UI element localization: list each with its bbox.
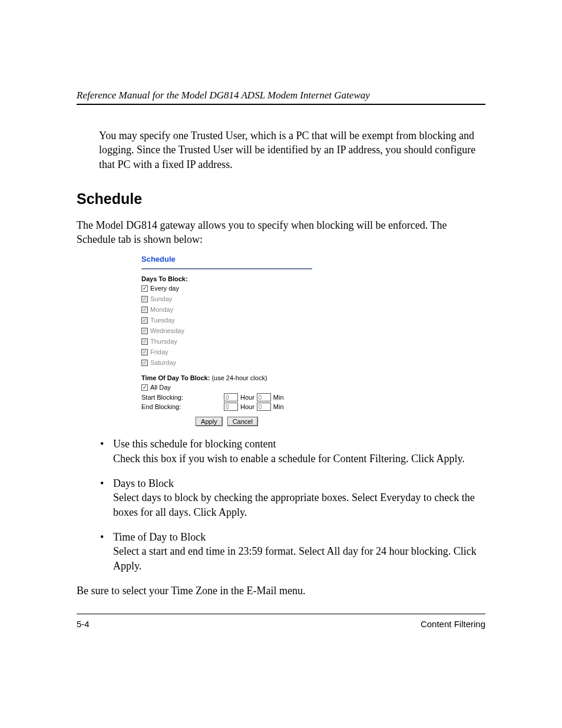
checkbox-all-day[interactable] xyxy=(141,384,148,391)
checkbox-label: Wednesday xyxy=(150,326,184,335)
bullet-body: Select a start and end time in 23:59 for… xyxy=(113,544,485,573)
schedule-panel: Schedule Days To Block: Every day Sunday… xyxy=(141,255,312,426)
list-item: Use this schedule for blocking content C… xyxy=(99,437,485,466)
checkbox-saturday[interactable] xyxy=(141,360,148,366)
hour-label: Hour xyxy=(240,403,254,410)
start-blocking-label: Start Blocking: xyxy=(141,394,222,401)
end-min-input[interactable]: 0 xyxy=(257,403,271,411)
day-row-sunday: Sunday xyxy=(141,294,312,304)
checkbox-wednesday[interactable] xyxy=(141,328,148,334)
header-rule xyxy=(77,104,485,105)
list-item: Time of Day to Block Select a start and … xyxy=(99,530,485,573)
checkbox-friday[interactable] xyxy=(141,349,148,355)
all-day-row: All Day xyxy=(141,383,312,392)
checkbox-thursday[interactable] xyxy=(141,338,148,345)
day-row-wednesday: Wednesday xyxy=(141,326,312,335)
start-hour-input[interactable]: 0 xyxy=(224,393,238,401)
cancel-button[interactable]: Cancel xyxy=(227,417,258,426)
page: Reference Manual for the Model DG814 ADS… xyxy=(0,0,562,728)
running-head: Reference Manual for the Model DG814 ADS… xyxy=(77,90,485,101)
day-row-tuesday: Tuesday xyxy=(141,315,312,325)
checkbox-label: Every day xyxy=(150,284,179,293)
intro-paragraph: You may specify one Trusted User, which … xyxy=(99,129,485,172)
bullet-head: Time of Day to Block xyxy=(113,530,485,544)
checkbox-monday[interactable] xyxy=(141,307,148,313)
page-number: 5-4 xyxy=(77,619,90,629)
start-min-input[interactable]: 0 xyxy=(257,393,271,401)
min-label: Min xyxy=(273,394,284,401)
section-heading-schedule: Schedule xyxy=(77,190,485,207)
checkbox-label: Thursday xyxy=(150,337,177,346)
hour-label: Hour xyxy=(240,394,254,401)
min-label: Min xyxy=(273,403,284,410)
day-row-friday: Friday xyxy=(141,347,312,357)
checkbox-label: Monday xyxy=(150,305,173,314)
bullet-body: Check this box if you wish to enable a s… xyxy=(113,452,485,466)
checkbox-sunday[interactable] xyxy=(141,296,148,302)
bullet-body: Select days to block by checking the app… xyxy=(113,490,485,519)
day-row-everyday: Every day xyxy=(141,284,312,293)
bullet-head: Use this schedule for blocking content xyxy=(113,437,485,451)
footer-rule xyxy=(77,614,485,614)
time-of-day-label: Time Of Day To Block: xyxy=(141,374,210,381)
checkbox-label: Tuesday xyxy=(150,315,175,325)
checkbox-everyday[interactable] xyxy=(141,285,148,292)
day-row-saturday: Saturday xyxy=(141,358,312,367)
section-intro: The Model DG814 gateway allows you to sp… xyxy=(77,218,485,247)
checkbox-tuesday[interactable] xyxy=(141,317,148,324)
schedule-panel-divider xyxy=(141,268,312,269)
time-of-day-hint: (use 24-hour clock) xyxy=(211,374,267,381)
checkbox-label: Sunday xyxy=(150,294,172,304)
days-to-block-label: Days To Block: xyxy=(141,275,188,282)
list-item: Days to Block Select days to block by ch… xyxy=(99,476,485,519)
start-blocking-row: Start Blocking: 0 Hour 0 Min xyxy=(141,393,312,401)
checkbox-label: Friday xyxy=(150,347,168,357)
apply-button[interactable]: Apply xyxy=(196,417,223,426)
bullet-head: Days to Block xyxy=(113,476,485,490)
checkbox-label: All Day xyxy=(150,383,171,392)
footer: 5-4 Content Filtering xyxy=(77,619,485,629)
body: You may specify one Trusted User, which … xyxy=(77,118,485,604)
end-blocking-label: End Blocking: xyxy=(141,403,222,410)
checkbox-label: Saturday xyxy=(150,358,176,367)
bullet-list: Use this schedule for blocking content C… xyxy=(99,437,485,572)
end-blocking-row: End Blocking: 0 Hour 0 Min xyxy=(141,403,312,411)
end-hour-input[interactable]: 0 xyxy=(224,403,238,411)
closing-paragraph: Be sure to select your Time Zone in the … xyxy=(77,584,485,598)
schedule-panel-figure: Schedule Days To Block: Every day Sunday… xyxy=(141,255,485,426)
day-row-monday: Monday xyxy=(141,305,312,314)
button-row: Apply Cancel xyxy=(141,417,312,426)
footer-section: Content Filtering xyxy=(421,619,485,629)
time-of-day-heading: Time Of Day To Block: (use 24-hour clock… xyxy=(141,374,312,381)
schedule-panel-title: Schedule xyxy=(141,255,312,263)
day-row-thursday: Thursday xyxy=(141,337,312,346)
